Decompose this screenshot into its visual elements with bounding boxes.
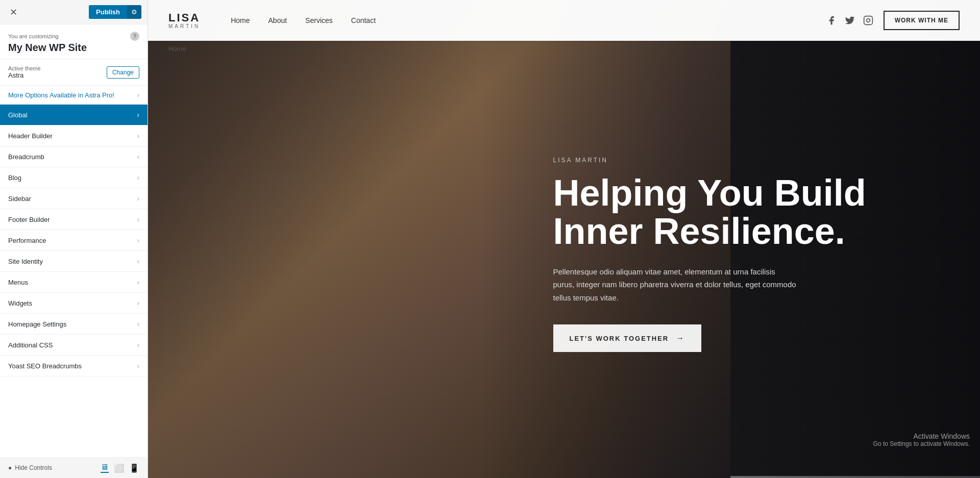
nav-social (826, 15, 873, 26)
hero-subtext: Pellentesque odio aliquam vitae amet, el… (553, 265, 798, 305)
device-icons: 🖥 ⬜ 📱 (101, 463, 139, 473)
site-breadcrumb: Home (168, 41, 186, 57)
menu-item-label: Widgets (8, 299, 32, 307)
instagram-icon[interactable] (863, 15, 873, 26)
menu-item-global[interactable]: Global› (0, 105, 148, 125)
menu-item-additional-css[interactable]: Additional CSS› (0, 335, 148, 356)
menu-item-chevron: › (137, 194, 139, 203)
hero-headline: Helping You Build Inner Resilience. (553, 174, 940, 251)
menu-item-chevron: › (137, 153, 139, 161)
site-logo: LISA MARTIN (168, 12, 200, 29)
menu-item-chevron: › (137, 236, 139, 244)
menu-item-chevron: › (137, 132, 139, 140)
menu-item-widgets[interactable]: Widgets› (0, 293, 148, 314)
astra-pro-chevron: › (137, 91, 139, 99)
menu-item-chevron: › (137, 173, 139, 182)
nav-link-services[interactable]: Services (305, 16, 333, 24)
menu-item-label: Yoast SEO Breadcrumbs (8, 362, 82, 370)
site-title: My New WP Site (8, 42, 139, 54)
bottom-bar: ● Hide Controls 🖥 ⬜ 📱 (0, 457, 148, 478)
publish-label: Publish (89, 5, 127, 19)
menu-item-label: Homepage Settings (8, 320, 66, 328)
menu-item-label: Global (8, 111, 28, 119)
lets-work-together-button[interactable]: LET'S WORK TOGETHER → (553, 324, 702, 352)
theme-label: Active theme (8, 65, 41, 71)
nav-link-contact[interactable]: Contact (351, 16, 376, 24)
customizing-label: You are customizing ? (8, 32, 139, 41)
hide-controls-label: Hide Controls (15, 464, 52, 471)
menu-item-chevron: › (137, 278, 139, 286)
cta-arrow: → (676, 334, 685, 343)
hero-tag: LISA MARTIN (553, 157, 940, 164)
menu-item-label: Breadcrumb (8, 153, 44, 161)
mobile-icon[interactable]: 📱 (129, 463, 139, 473)
work-with-me-button[interactable]: WORK WITH ME (884, 11, 960, 30)
hero-content: LISA MARTIN Helping You Build Inner Resi… (523, 0, 981, 478)
nav-link-home[interactable]: Home (231, 16, 250, 24)
publish-gear-icon[interactable]: ⚙ (127, 5, 141, 19)
eye-icon: ● (8, 464, 12, 471)
publish-button-group[interactable]: Publish ⚙ (89, 5, 141, 19)
menu-item-label: Footer Builder (8, 216, 50, 223)
astra-pro-label: More Options Available in Astra Pro! (8, 91, 114, 99)
menu-item-label: Menus (8, 279, 28, 286)
theme-name: Astra (8, 71, 41, 79)
menu-item-chevron: › (137, 320, 139, 328)
site-preview: LISA MARTIN HomeAboutServicesContact (148, 0, 980, 478)
menu-item-label: Sidebar (8, 195, 31, 203)
menu-item-performance[interactable]: Performance› (0, 230, 148, 251)
hero-headline-line1: Helping You Build (553, 172, 866, 213)
svg-rect-0 (864, 16, 872, 25)
menu-item-chevron: › (137, 257, 139, 265)
menu-item-chevron: › (137, 341, 139, 349)
menu-item-label: Header Builder (8, 132, 53, 140)
menu-item-chevron: › (137, 215, 139, 223)
logo-name: LISA (168, 12, 200, 23)
logo-sub: MARTIN (168, 24, 200, 29)
site-preview-panel: LISA MARTIN HomeAboutServicesContact (148, 0, 980, 478)
menu-item-breadcrumb[interactable]: Breadcrumb› (0, 146, 148, 167)
menu-item-label: Additional CSS (8, 341, 53, 349)
change-theme-button[interactable]: Change (107, 66, 139, 79)
menu-item-homepage-settings[interactable]: Homepage Settings› (0, 314, 148, 335)
menu-list: Global›Header Builder›Breadcrumb›Blog›Si… (0, 105, 148, 457)
facebook-icon[interactable] (826, 15, 837, 26)
astra-pro-banner[interactable]: More Options Available in Astra Pro! › (0, 86, 148, 105)
twitter-icon[interactable] (845, 15, 855, 26)
top-bar: ✕ Publish ⚙ (0, 0, 148, 24)
hide-controls-button[interactable]: ● Hide Controls (8, 464, 52, 471)
menu-item-header-builder[interactable]: Header Builder› (0, 125, 148, 146)
menu-item-footer-builder[interactable]: Footer Builder› (0, 209, 148, 230)
menu-item-site-identity[interactable]: Site Identity› (0, 251, 148, 272)
site-nav: LISA MARTIN HomeAboutServicesContact (148, 0, 980, 41)
customizer-panel: ✕ Publish ⚙ You are customizing ? My New… (0, 0, 148, 478)
activate-windows: Activate Windows Go to Settings to activ… (873, 432, 970, 447)
menu-item-chevron: › (137, 362, 139, 370)
lets-work-label: LET'S WORK TOGETHER (570, 335, 669, 342)
menu-item-chevron: › (137, 299, 139, 307)
menu-item-label: Performance (8, 237, 46, 244)
theme-section: Active theme Astra Change (0, 59, 148, 86)
nav-link-about[interactable]: About (268, 16, 287, 24)
menu-item-label: Blog (8, 174, 21, 182)
customizing-info: You are customizing ? My New WP Site (0, 24, 148, 59)
menu-item-chevron: › (137, 111, 139, 119)
menu-item-sidebar[interactable]: Sidebar› (0, 188, 148, 209)
activate-windows-subtitle: Go to Settings to activate Windows. (873, 440, 970, 447)
activate-windows-title: Activate Windows (873, 432, 970, 440)
nav-links: HomeAboutServicesContact (231, 16, 826, 24)
menu-item-menus[interactable]: Menus› (0, 272, 148, 293)
menu-item-label: Site Identity (8, 258, 43, 265)
tablet-icon[interactable]: ⬜ (114, 463, 124, 473)
close-button[interactable]: ✕ (6, 5, 20, 19)
hero-headline-line2: Inner Resilience. (553, 211, 845, 251)
info-icon[interactable]: ? (130, 32, 139, 41)
menu-item-blog[interactable]: Blog› (0, 167, 148, 188)
desktop-icon[interactable]: 🖥 (101, 463, 109, 473)
menu-item-yoast-seo[interactable]: Yoast SEO Breadcrumbs› (0, 356, 148, 376)
